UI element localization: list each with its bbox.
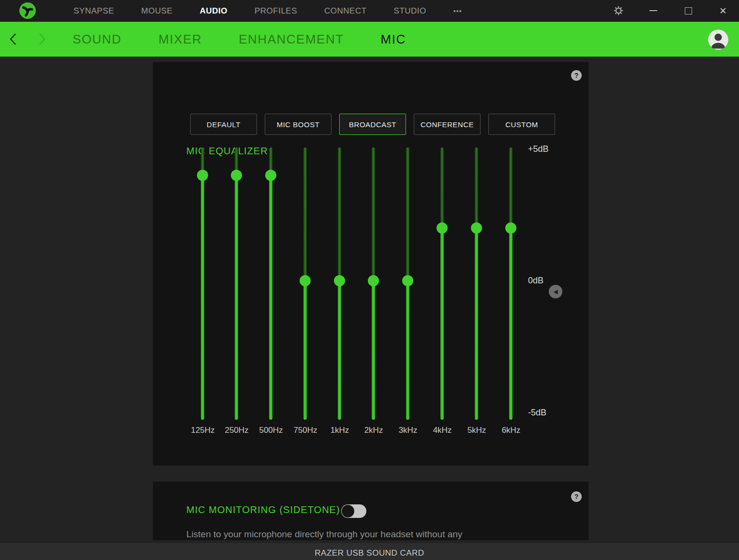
slider-track-upper[interactable] (372, 147, 375, 280)
db-label-bottom: -5dB (528, 408, 546, 418)
slider-handle[interactable] (471, 222, 482, 234)
preset-default[interactable]: DEFAULT (190, 114, 257, 135)
menu-item-mouse[interactable]: MOUSE (141, 6, 173, 16)
slider-handle[interactable] (231, 170, 242, 181)
minimize-icon (649, 10, 657, 11)
mic-monitoring-title: MIC MONITORING (SIDETONE) (186, 504, 340, 516)
slider-track-upper[interactable] (338, 147, 341, 280)
slider-handle[interactable] (505, 222, 516, 234)
sidetone-toggle[interactable] (341, 504, 366, 518)
db-label-middle: 0dB (528, 276, 543, 286)
device-footer: RAZER USB SOUND CARD (0, 543, 739, 560)
tab-mic[interactable]: MIC (381, 32, 406, 47)
slider-handle[interactable] (334, 275, 345, 286)
db-label-top: +5dB (528, 144, 549, 154)
freq-label-500hz: 500Hz (252, 426, 290, 435)
tab-mixer[interactable]: MIXER (158, 32, 202, 47)
mic-equalizer-panel: ? MIC EQUALIZER DEFAULTMIC BOOSTBROADCAS… (153, 62, 588, 466)
menu-item-studio[interactable]: STUDIO (394, 6, 426, 16)
chevron-left-icon: ◀ (553, 288, 558, 295)
freq-label-125hz: 125Hz (183, 426, 222, 435)
mic-monitoring-panel: ? MIC MONITORING (SIDETONE) Listen to yo… (153, 482, 588, 540)
eq-slider-2khz[interactable] (368, 147, 379, 420)
menu-item-audio[interactable]: AUDIO (200, 6, 227, 16)
razer-logo-icon[interactable] (19, 2, 36, 19)
slider-track-lower[interactable] (269, 175, 272, 420)
freq-label-6khz: 6kHz (492, 426, 530, 435)
freq-label-750hz: 750Hz (286, 426, 325, 435)
slider-track-upper[interactable] (475, 147, 478, 228)
slider-track-lower[interactable] (440, 228, 444, 420)
slider-track-lower[interactable] (406, 280, 409, 420)
freq-label-4khz: 4kHz (423, 426, 462, 435)
eq-slider-750hz[interactable] (300, 147, 311, 420)
eq-slider-4khz[interactable] (437, 147, 448, 420)
device-name: RAZER USB SOUND CARD (315, 545, 424, 558)
close-button[interactable]: ✕ (715, 2, 731, 19)
slider-track-lower[interactable] (303, 280, 307, 420)
slider-track-lower[interactable] (509, 228, 513, 420)
eq-slider-6khz[interactable] (505, 147, 517, 420)
eq-slider-3khz[interactable] (402, 147, 414, 420)
forward-button[interactable] (36, 33, 48, 45)
slider-track-upper[interactable] (509, 147, 513, 228)
tab-enhancement[interactable]: ENHANCEMENT (239, 32, 344, 47)
maximize-button[interactable] (680, 2, 696, 19)
tab-bar: SOUNDMIXERENHANCEMENTMIC (73, 22, 406, 57)
subnav-bar: SOUNDMIXERENHANCEMENTMIC (0, 22, 739, 57)
main-menu: SYNAPSEMOUSEAUDIOPROFILESCONNECTSTUDIO••… (74, 0, 462, 22)
slider-track-lower[interactable] (338, 280, 341, 420)
slider-handle[interactable] (437, 222, 448, 234)
eq-slider-250hz[interactable] (231, 147, 242, 420)
help-icon[interactable]: ? (571, 491, 582, 502)
preset-conference[interactable]: CONFERENCE (414, 114, 481, 135)
maximize-icon (685, 7, 692, 15)
freq-label-2khz: 2kHz (354, 426, 393, 435)
menu-item-profiles[interactable]: PROFILES (255, 6, 297, 16)
freq-label-5khz: 5kHz (457, 426, 496, 435)
freq-label-1khz: 1kHz (320, 426, 359, 435)
tab-sound[interactable]: SOUND (73, 32, 121, 47)
user-avatar[interactable] (708, 29, 728, 50)
mic-monitoring-description: Listen to your microphone directly throu… (186, 529, 535, 540)
back-button[interactable] (7, 33, 19, 45)
eq-slider-1khz[interactable] (334, 147, 346, 420)
toggle-knob (342, 505, 354, 517)
freq-label-250hz: 250Hz (217, 426, 256, 435)
slider-track-upper[interactable] (303, 147, 307, 280)
razer-synapse-window: SYNAPSEMOUSEAUDIOPROFILESCONNECTSTUDIO••… (0, 0, 739, 560)
slider-handle[interactable] (402, 275, 413, 286)
help-icon[interactable]: ? (571, 70, 582, 81)
slider-handle[interactable] (197, 170, 208, 181)
slider-track-lower[interactable] (201, 175, 204, 420)
preset-broadcast[interactable]: BROADCAST (339, 114, 406, 135)
slider-track-lower[interactable] (475, 228, 478, 420)
preset-custom[interactable]: CUSTOM (488, 114, 555, 135)
collapse-panel-button[interactable]: ◀ (549, 285, 562, 298)
slider-track-lower[interactable] (235, 175, 238, 420)
slider-handle[interactable] (368, 275, 379, 286)
titlebar: SYNAPSEMOUSEAUDIOPROFILESCONNECTSTUDIO••… (0, 0, 739, 22)
slider-track-lower[interactable] (372, 280, 375, 420)
settings-gear-icon[interactable] (610, 2, 627, 19)
close-icon: ✕ (719, 6, 727, 15)
overflow-menu-icon[interactable]: ••• (453, 7, 462, 15)
slider-handle[interactable] (300, 275, 311, 286)
slider-track-upper[interactable] (440, 147, 444, 228)
preset-mic-boost[interactable]: MIC BOOST (265, 114, 332, 135)
slider-track-upper[interactable] (406, 147, 409, 280)
menu-item-synapse[interactable]: SYNAPSE (74, 6, 114, 16)
eq-slider-5khz[interactable] (471, 147, 483, 420)
eq-slider-125hz[interactable] (197, 147, 209, 420)
minimize-button[interactable] (645, 2, 662, 19)
freq-label-3khz: 3kHz (389, 426, 427, 435)
menu-item-connect[interactable]: CONNECT (324, 6, 367, 16)
eq-slider-500hz[interactable] (265, 147, 277, 420)
slider-handle[interactable] (265, 170, 276, 181)
